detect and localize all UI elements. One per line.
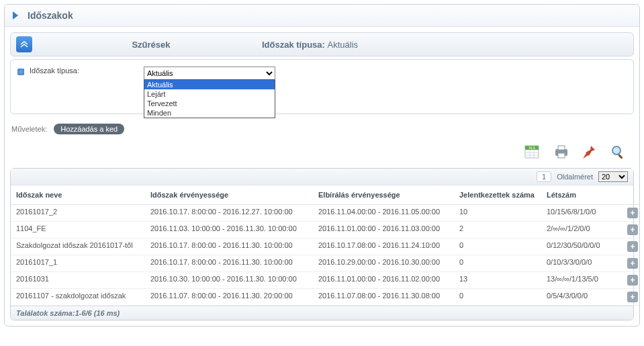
cell-applicants: 0	[454, 255, 541, 272]
cell-eval: 2016.11.01.00:00 - 2016.11.03.00:00	[313, 222, 454, 239]
cell-applicants: 0	[454, 239, 541, 255]
period-type-select[interactable]: Aktuális	[144, 67, 275, 80]
cell-name: Szakdolgozat időszak 20161017-től	[11, 239, 145, 255]
page-size-select[interactable]: 20	[598, 171, 628, 182]
col-validity[interactable]: Időszak érvényessége	[145, 185, 313, 205]
cell-head: 0/12/30/50/0/0/0	[541, 239, 622, 255]
cell-validity: 2016.10.30. 10:00:00 - 2016.11.30. 10:00…	[145, 272, 313, 289]
svg-point-10	[565, 150, 566, 152]
cell-eval: 2016.11.04.00:00 - 2016.11.05.00:00	[313, 205, 454, 222]
cell-validity: 2016.10.17. 8:00:00 - 2016.11.30. 10:00:…	[145, 255, 313, 272]
expand-row-button[interactable]: +	[627, 224, 638, 235]
period-type-dropdown: Aktuális Lejárt Tervezett Minden	[144, 79, 275, 118]
expand-row-button[interactable]: +	[627, 258, 638, 269]
period-type-option-lejart[interactable]: Lejárt	[144, 89, 275, 99]
cell-eval: 2016.11.07.08:00 - 2016.11.30.08:00	[313, 289, 454, 306]
page-size-label: Oldalméret	[557, 173, 593, 181]
filter-type-summary-value: Aktuális	[328, 40, 359, 50]
period-type-option-aktualis[interactable]: Aktuális	[144, 80, 275, 89]
page-number[interactable]: 1	[537, 171, 551, 182]
filter-content: Időszak típusa: Aktuális Aktuális Lejárt…	[10, 59, 634, 114]
table-row[interactable]: 1104_FE 2016.11.03. 10:00:00 - 2016.11.3…	[11, 222, 639, 239]
grid-footer: Találatok száma:1-6/6 (16 ms)	[11, 306, 633, 320]
export-xls-button[interactable]: XLS	[524, 144, 543, 160]
svg-rect-8	[558, 146, 565, 150]
cell-validity: 2016.11.07. 8:00:00 - 2016.11.30. 20:00:…	[145, 289, 313, 306]
cell-head: 13/∞/∞/1/13/5/0	[541, 272, 622, 289]
cell-name: 20161107 - szakdolgozat időszak	[11, 289, 145, 306]
table-row[interactable]: 20161107 - szakdolgozat időszak 2016.11.…	[11, 289, 639, 306]
expand-row-button[interactable]: +	[627, 241, 638, 252]
period-type-option-minden[interactable]: Minden	[144, 108, 275, 118]
main-panel: Időszakok Szűrések Időszak típusa: Aktuá…	[4, 4, 640, 327]
pager-top: 1 Oldalméret 20	[11, 169, 633, 185]
cell-applicants: 10	[454, 205, 541, 222]
filter-field-label: Időszak típusa:	[30, 67, 144, 75]
period-type-select-wrapper: Aktuális Aktuális Lejárt Tervezett Minde…	[144, 67, 275, 80]
add-to-favorites-button[interactable]: Hozzáadás a ked	[54, 124, 124, 134]
chevron-right-icon[interactable]	[13, 11, 18, 19]
svg-rect-9	[558, 153, 565, 158]
filter-type-summary-label: Időszak típusa:	[262, 40, 325, 50]
col-eval[interactable]: Elbírálás érvényessége	[313, 185, 454, 205]
expand-row-button[interactable]: +	[627, 275, 638, 286]
cell-name: 20161031	[11, 272, 145, 289]
table-row[interactable]: 20161017_2 2016.10.17. 8:00:00 - 2016.12…	[11, 205, 639, 222]
cell-head: 10/15/6/8/1/0/0	[541, 205, 622, 222]
filters-label: Szűrések	[40, 40, 262, 50]
period-type-option-tervezett[interactable]: Tervezett	[144, 99, 275, 108]
panel-header: Időszakok	[5, 5, 639, 27]
operations-label: Műveletek:	[11, 125, 47, 133]
cell-validity: 2016.10.17. 8:00:00 - 2016.12.27. 10:00:…	[145, 205, 313, 222]
svg-point-11	[612, 146, 620, 155]
cell-name: 20161017_2	[11, 205, 145, 222]
data-grid: 1 Oldalméret 20 Időszak neve Időszak érv…	[10, 168, 634, 320]
expand-row-button[interactable]: +	[627, 292, 638, 302]
expand-row-button[interactable]: +	[627, 208, 638, 218]
cell-head: 2/∞/∞/1/2/0/0	[541, 222, 622, 239]
cell-applicants: 0	[454, 289, 541, 306]
cell-validity: 2016.11.03. 10:00:00 - 2016.11.30. 10:00…	[145, 222, 313, 239]
filter-bar: Szűrések Időszak típusa: Aktuális	[10, 32, 634, 56]
table-row[interactable]: Szakdolgozat időszak 20161017-től 2016.1…	[11, 239, 639, 255]
cell-head: 0/10/3/3/0/0/0	[541, 255, 622, 272]
col-head[interactable]: Létszám	[541, 185, 622, 205]
print-button[interactable]	[552, 144, 571, 160]
pin-button[interactable]	[580, 144, 599, 160]
svg-text:XLS: XLS	[528, 146, 535, 150]
page-title: Időszakok	[28, 10, 73, 21]
field-marker-icon	[17, 69, 24, 75]
svg-rect-12	[618, 154, 623, 159]
results-table: Időszak neve Időszak érvényessége Elbírá…	[11, 185, 639, 306]
cell-eval: 2016.10.29.00:00 - 2016.10.30.00:00	[313, 255, 454, 272]
col-name[interactable]: Időszak neve	[11, 185, 145, 205]
search-button[interactable]	[608, 144, 627, 160]
cell-eval: 2016.11.01.00:00 - 2016.11.02.00:00	[313, 272, 454, 289]
operations-row: Műveletek: Hozzáadás a ked	[11, 124, 634, 134]
filter-type-summary: Időszak típusa: Aktuális	[262, 40, 358, 50]
chevrons-up-icon	[20, 41, 28, 48]
cell-applicants: 13	[454, 272, 541, 289]
table-header-row: Időszak neve Időszak érvényessége Elbírá…	[11, 185, 639, 205]
cell-name: 1104_FE	[11, 222, 145, 239]
cell-head: 0/5/4/3/0/0/0	[541, 289, 622, 306]
table-row[interactable]: 20161031 2016.10.30. 10:00:00 - 2016.11.…	[11, 272, 639, 289]
toolbar: XLS	[10, 141, 634, 168]
cell-eval: 2016.10.17.08:00 - 2016.11.24.10:00	[313, 239, 454, 255]
col-applicants[interactable]: Jelentkezettek száma	[454, 185, 541, 205]
cell-applicants: 2	[454, 222, 541, 239]
table-row[interactable]: 20161017_1 2016.10.17. 8:00:00 - 2016.11…	[11, 255, 639, 272]
results-count: Találatok száma:1-6/6 (16 ms)	[16, 309, 120, 317]
collapse-filters-button[interactable]	[16, 36, 32, 52]
cell-validity: 2016.10.17. 8:00:00 - 2016.11.30. 10:00:…	[145, 239, 313, 255]
cell-name: 20161017_1	[11, 255, 145, 272]
